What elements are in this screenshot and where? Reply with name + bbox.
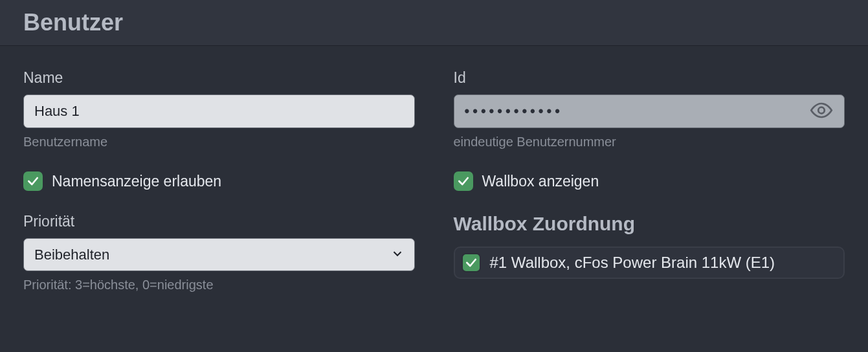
wallbox-assign-checkbox[interactable] (462, 253, 481, 272)
wallbox-assign-label: #1 Wallbox, cFos Power Brain 11kW (E1) (490, 254, 775, 272)
wallbox-assign-title: Wallbox Zuordnung (454, 213, 845, 235)
name-help: Benutzername (23, 135, 415, 149)
wallbox-assign-item: #1 Wallbox, cFos Power Brain 11kW (E1) (454, 247, 845, 279)
priority-field-group: Priorität Beibehalten Priorität: 3=höchs… (23, 213, 415, 292)
id-field-group: Id eindeutige Benutzernummer (454, 69, 845, 149)
id-input[interactable] (454, 94, 845, 128)
priority-label: Priorität (23, 213, 415, 230)
name-field-group: Name Benutzername (23, 69, 415, 149)
left-column: Name Benutzername Namensanzeige erlauben… (23, 69, 415, 292)
eye-icon (810, 99, 833, 124)
allow-name-display-label: Namensanzeige erlauben (52, 173, 221, 190)
page-header: Benutzer (0, 0, 868, 46)
id-label: Id (454, 69, 845, 87)
toggle-visibility-button[interactable] (807, 96, 836, 127)
allow-name-display-row: Namensanzeige erlauben (23, 171, 415, 191)
show-wallbox-label: Wallbox anzeigen (482, 173, 599, 190)
right-column: Id eindeutige Benutzernummer (454, 69, 845, 292)
name-input[interactable] (23, 94, 415, 128)
id-help: eindeutige Benutzernummer (454, 135, 845, 149)
form-content: Name Benutzername Namensanzeige erlauben… (0, 46, 868, 316)
priority-help: Priorität: 3=höchste, 0=niedrigste (23, 278, 415, 292)
svg-point-0 (818, 107, 825, 114)
show-wallbox-checkbox[interactable] (454, 171, 473, 191)
show-wallbox-row: Wallbox anzeigen (454, 171, 845, 191)
name-label: Name (23, 69, 415, 87)
page-title: Benutzer (23, 9, 845, 36)
allow-name-display-checkbox[interactable] (23, 171, 43, 191)
priority-select[interactable]: Beibehalten (23, 238, 415, 271)
